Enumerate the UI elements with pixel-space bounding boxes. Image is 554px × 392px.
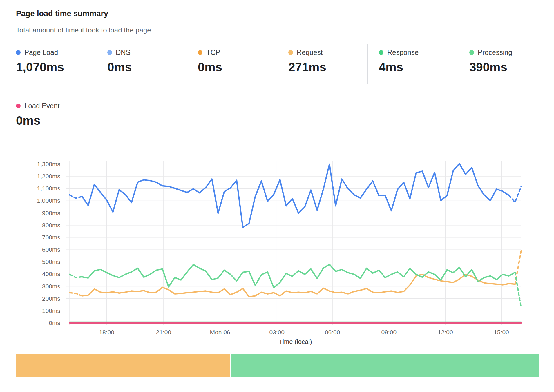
series-line-request-dashed — [70, 293, 82, 296]
x-axis-tick-label: 03:00 — [269, 329, 285, 335]
x-axis-title: Time (local) — [279, 338, 312, 345]
y-axis-tick-label: 300ms — [42, 283, 60, 290]
bar-segment-request-share — [16, 354, 230, 377]
timing-breakdown-bar[interactable] — [16, 354, 539, 377]
series-line-request — [82, 274, 515, 297]
y-axis-tick-label: 1,200ms — [37, 173, 60, 179]
series-line-processing — [82, 264, 515, 288]
y-axis-tick-label: 1,300ms — [37, 161, 60, 167]
y-axis-tick-label: 500ms — [42, 258, 60, 265]
page-load-time-chart: 0ms100ms200ms300ms400ms500ms600ms700ms80… — [0, 0, 554, 392]
y-axis-tick-label: 700ms — [42, 234, 60, 241]
bar-segment-processing-share — [233, 354, 538, 377]
x-axis-tick-label: Mon 06 — [210, 329, 230, 335]
series-line-page-load-dashed — [70, 195, 82, 198]
page-load-summary-panel: { "header": { "title": "Page load time s… — [0, 0, 554, 392]
y-axis-tick-label: 800ms — [42, 222, 60, 228]
y-axis-tick-label: 900ms — [42, 210, 60, 216]
y-axis-tick-label: 0ms — [49, 320, 60, 326]
x-axis-tick-label: 12:00 — [438, 329, 453, 335]
x-axis-tick-label: 09:00 — [381, 329, 397, 335]
series-line-processing-dashed — [70, 274, 82, 277]
y-axis-tick-label: 600ms — [42, 246, 60, 253]
series-line-processing-dashed — [515, 272, 521, 308]
y-axis-tick-label: 200ms — [42, 295, 60, 302]
y-axis-tick-label: 1,000ms — [37, 197, 60, 204]
series-line-page-load — [82, 164, 509, 228]
y-axis-tick-label: 1,100ms — [37, 185, 60, 192]
x-axis-tick-label: 06:00 — [325, 329, 340, 335]
x-axis-tick-label: 21:00 — [156, 329, 171, 335]
x-axis-tick-label: 15:00 — [494, 329, 509, 335]
y-axis-tick-label: 100ms — [42, 307, 60, 314]
x-axis-tick-label: 18:00 — [99, 329, 114, 335]
y-axis-tick-label: 400ms — [42, 271, 60, 277]
